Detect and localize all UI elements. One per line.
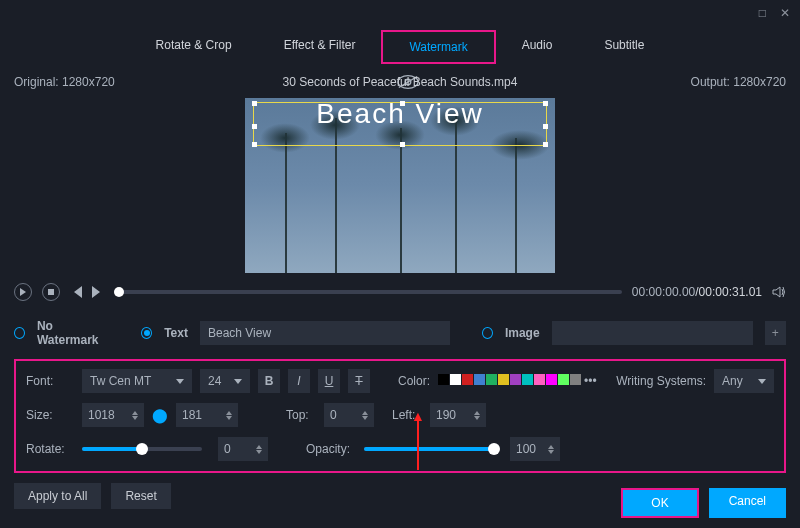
opacity-label: Opacity: <box>306 442 356 456</box>
no-watermark-label: No Watermark <box>37 319 109 347</box>
opacity-slider[interactable] <box>364 447 494 451</box>
color-swatch[interactable] <box>570 374 581 385</box>
watermark-text-input[interactable] <box>200 321 450 345</box>
color-swatch[interactable] <box>462 374 473 385</box>
color-swatch[interactable] <box>546 374 557 385</box>
volume-icon[interactable] <box>772 285 786 299</box>
video-preview[interactable]: Beach View <box>245 98 555 273</box>
opacity-input[interactable]: 100 <box>510 437 560 461</box>
timeline-slider[interactable] <box>114 290 622 294</box>
underline-button[interactable]: U <box>318 369 340 393</box>
top-input[interactable]: 0 <box>324 403 374 427</box>
writing-systems-select[interactable]: Any <box>714 369 774 393</box>
prev-frame-button[interactable] <box>70 286 82 298</box>
apply-to-all-button[interactable]: Apply to All <box>14 483 101 509</box>
watermark-preview-text: Beach View <box>253 98 547 130</box>
stop-button[interactable] <box>42 283 60 301</box>
reset-button[interactable]: Reset <box>111 483 170 509</box>
rotate-input[interactable]: 0 <box>218 437 268 461</box>
rotate-label: Rotate: <box>26 442 74 456</box>
rotate-slider[interactable] <box>82 447 202 451</box>
text-watermark-label: Text <box>164 326 188 340</box>
watermark-settings-panel: Font: Tw Cen MT 24 B I U T Color: ••• Wr… <box>14 359 786 473</box>
color-swatch[interactable] <box>450 374 461 385</box>
tab-subtitle[interactable]: Subtitle <box>578 30 670 64</box>
original-resolution: Original: 1280x720 <box>14 75 115 89</box>
color-swatch[interactable] <box>498 374 509 385</box>
tab-bar: Rotate & Crop Effect & Filter Watermark … <box>0 30 800 64</box>
aspect-lock-icon[interactable]: ⬤ <box>152 407 168 423</box>
cancel-button[interactable]: Cancel <box>709 488 786 518</box>
color-swatch[interactable] <box>474 374 485 385</box>
image-path-field[interactable] <box>552 321 753 345</box>
color-label: Color: <box>398 374 430 388</box>
height-input[interactable]: 181 <box>176 403 238 427</box>
no-watermark-radio[interactable] <box>14 327 25 339</box>
font-label: Font: <box>26 374 74 388</box>
color-swatch[interactable] <box>558 374 569 385</box>
output-resolution: Output: 1280x720 <box>691 75 786 89</box>
tab-watermark[interactable]: Watermark <box>381 30 495 64</box>
add-image-button[interactable]: + <box>765 321 786 345</box>
filename: 30 Seconds of Peaceful Beach Sounds.mp4 <box>283 75 518 89</box>
color-swatch[interactable] <box>510 374 521 385</box>
color-swatch[interactable] <box>534 374 545 385</box>
image-watermark-radio[interactable] <box>482 327 493 339</box>
time-display: 00:00:00.00/00:00:31.01 <box>632 285 762 299</box>
width-input[interactable]: 1018 <box>82 403 144 427</box>
color-swatches: ••• <box>438 374 597 388</box>
bold-button[interactable]: B <box>258 369 280 393</box>
color-swatch[interactable] <box>522 374 533 385</box>
maximize-button[interactable]: □ <box>759 6 766 20</box>
tab-effect-filter[interactable]: Effect & Filter <box>258 30 382 64</box>
more-colors-button[interactable]: ••• <box>584 374 597 388</box>
strikethrough-button[interactable]: T <box>348 369 370 393</box>
tab-audio[interactable]: Audio <box>496 30 579 64</box>
svg-rect-3 <box>48 289 54 295</box>
top-label: Top: <box>286 408 316 422</box>
left-input[interactable]: 190 <box>430 403 486 427</box>
text-watermark-radio[interactable] <box>141 327 152 339</box>
ok-button[interactable]: OK <box>621 488 698 518</box>
writing-systems-label: Writing Systems: <box>616 374 706 388</box>
close-button[interactable]: ✕ <box>780 6 790 20</box>
next-frame-button[interactable] <box>92 286 104 298</box>
color-swatch[interactable] <box>486 374 497 385</box>
image-watermark-label: Image <box>505 326 540 340</box>
font-size-select[interactable]: 24 <box>200 369 250 393</box>
size-label: Size: <box>26 408 74 422</box>
font-family-select[interactable]: Tw Cen MT <box>82 369 192 393</box>
color-swatch[interactable] <box>438 374 449 385</box>
annotation-arrow-line <box>417 420 419 470</box>
italic-button[interactable]: I <box>288 369 310 393</box>
play-button[interactable] <box>14 283 32 301</box>
tab-rotate-crop[interactable]: Rotate & Crop <box>130 30 258 64</box>
